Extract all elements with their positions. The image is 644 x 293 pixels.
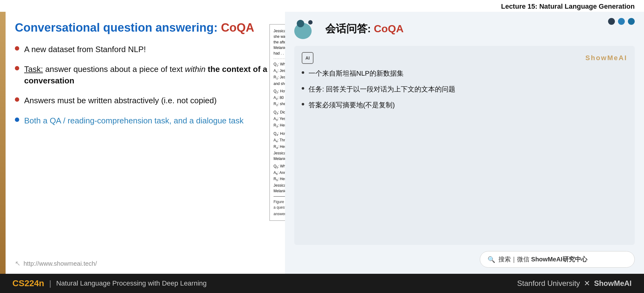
cursor-icon: ↖ bbox=[15, 260, 20, 268]
svg-point-2 bbox=[308, 20, 313, 24]
dot-2 bbox=[618, 18, 625, 25]
top-bar: Lecture 15: Natural Language Generation bbox=[0, 0, 644, 12]
footer-url: http://www.showmeai.tech/ bbox=[24, 260, 97, 267]
bottom-bar: CS224n | Natural Language Processing wit… bbox=[0, 274, 644, 293]
right-bullet-text-1: 一个来自斯坦福NLP的新数据集 bbox=[309, 69, 404, 78]
svg-point-1 bbox=[297, 20, 304, 27]
bottom-separator: | bbox=[49, 279, 51, 288]
bullet-dot-red bbox=[15, 66, 19, 70]
course-code: CS224n bbox=[12, 278, 44, 288]
stanford-label: Stanford University bbox=[517, 279, 580, 287]
right-bullet-text-3: 答案必须写摘要地(不是复制) bbox=[309, 100, 395, 110]
right-bullet-list: 一个来自斯坦福NLP的新数据集 任务: 回答关于以一段对话为上下文的文本的问题 … bbox=[302, 69, 627, 110]
course-subtitle: Natural Language Processing with Deep Le… bbox=[56, 279, 207, 287]
search-label: 搜索｜微信 ShowMeAI研究中心 bbox=[498, 255, 587, 264]
right-logo bbox=[294, 18, 319, 40]
bottom-right: Stanford University ✕ ShowMeAI bbox=[517, 279, 632, 288]
three-dots bbox=[608, 18, 635, 25]
dot-1 bbox=[608, 18, 615, 25]
lecture-title: Lecture 15: Natural Language Generation bbox=[501, 2, 635, 10]
list-item: 一个来自斯坦福NLP的新数据集 bbox=[302, 69, 627, 78]
slide-footer: ↖ http://www.showmeai.tech/ bbox=[15, 260, 276, 268]
showmeai-footer-brand: ShowMeAI bbox=[594, 279, 632, 287]
right-title: 会话问答: CoQA bbox=[325, 22, 404, 36]
bullet-list: A new dataset from Stanford NLP! Task: a… bbox=[15, 44, 276, 256]
slide-content: Conversational question answering: CoQA … bbox=[6, 12, 285, 274]
list-item: Task: answer questions about a piece of … bbox=[15, 64, 276, 86]
list-item: Both a QA / reading-comprehension task, … bbox=[15, 115, 276, 126]
bullet-text-2: Task: answer questions about a piece of … bbox=[24, 64, 276, 86]
search-bar[interactable]: 🔍 搜索｜微信 ShowMeAI研究中心 bbox=[480, 251, 635, 268]
bullet-dot-red bbox=[15, 46, 19, 51]
bullet-dot-red bbox=[15, 97, 19, 102]
right-header: 会话问答: CoQA bbox=[294, 18, 635, 40]
bullet-text-1: A new dataset from Stanford NLP! bbox=[24, 44, 276, 55]
bullet-text-3: Answers must be written abstractively (i… bbox=[24, 95, 276, 106]
bullet-dot-blue bbox=[15, 118, 19, 122]
x-separator: ✕ bbox=[584, 279, 592, 287]
list-item: Answers must be written abstractively (i… bbox=[15, 95, 276, 106]
bullet-dot bbox=[302, 71, 304, 74]
bullet-dot bbox=[302, 87, 304, 90]
slide-title: Conversational question answering: CoQA bbox=[15, 21, 276, 34]
bullet-dot bbox=[302, 103, 304, 105]
ai-icon: AI bbox=[302, 52, 313, 64]
bullet-text-4: Both a QA / reading-comprehension task, … bbox=[24, 115, 276, 126]
slide-border-accent bbox=[0, 12, 6, 274]
left-slide-panel: Conversational question answering: CoQA … bbox=[0, 12, 285, 274]
list-item: 任务: 回答关于以一段对话为上下文的文本的问题 bbox=[302, 85, 627, 94]
bottom-left: CS224n | Natural Language Processing wit… bbox=[12, 278, 207, 288]
list-item: A new dataset from Stanford NLP! bbox=[15, 44, 276, 55]
dot-3 bbox=[628, 18, 635, 25]
showmeai-card: AI ShowMeAI 一个来自斯坦福NLP的新数据集 任务: 回答关于以一段对… bbox=[294, 46, 635, 245]
right-panel: 会话问答: CoQA AI ShowMeAI 一个来自斯坦福NLP的新数据集 任… bbox=[285, 12, 644, 274]
list-item: 答案必须写摘要地(不是复制) bbox=[302, 100, 627, 110]
right-bullet-text-2: 任务: 回答关于以一段对话为上下文的文本的问题 bbox=[309, 85, 455, 94]
main-content: Conversational question answering: CoQA … bbox=[0, 12, 644, 274]
showmeai-brand: ShowMeAI bbox=[585, 54, 627, 62]
search-icon: 🔍 bbox=[488, 256, 495, 263]
showmeai-card-header: AI ShowMeAI bbox=[302, 52, 627, 64]
